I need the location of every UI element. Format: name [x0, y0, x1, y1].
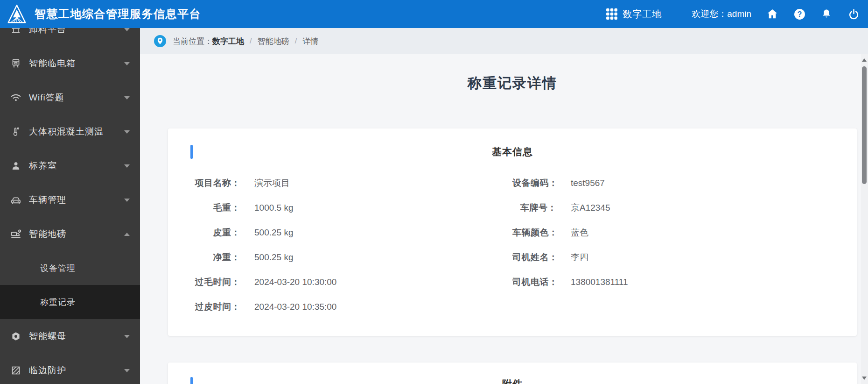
field-label: 净重：	[168, 251, 240, 263]
info-row-driver-name: 司机姓名： 李四	[512, 245, 857, 270]
sidebar-item-vehicle-management[interactable]: 车辆管理	[0, 183, 140, 217]
field-label: 项目名称：	[168, 177, 240, 189]
thermometer-icon	[10, 126, 22, 138]
sidebar-subitem-device-management[interactable]: 设备管理	[0, 251, 140, 285]
sidebar-item-label: 智能螺母	[29, 330, 66, 342]
wifi-icon	[10, 92, 22, 104]
field-label: 过皮时间：	[168, 301, 240, 313]
info-row-plate-number: 车牌号： 京A12345	[512, 195, 857, 220]
sidebar-item-weighbridge[interactable]: 智能地磅	[0, 217, 140, 251]
sidebar-item-label: 标养室	[29, 160, 57, 172]
sidebar-subitem-weighing-records[interactable]: 称重记录	[0, 285, 140, 319]
info-row-vehicle-color: 车辆颜色： 蓝色	[512, 220, 857, 245]
home-button[interactable]	[766, 8, 778, 20]
app-title: 智慧工地综合管理服务信息平台	[35, 7, 201, 21]
logout-button[interactable]	[847, 8, 860, 20]
help-icon: ?	[794, 8, 805, 20]
breadcrumb-separator: /	[295, 36, 297, 46]
scrollbar-thumb[interactable]	[862, 66, 867, 184]
svg-text:?: ?	[797, 10, 802, 18]
info-row-net-weight: 净重： 500.25 kg	[168, 245, 512, 270]
info-row-gross-weight: 毛重： 1000.5 kg	[168, 195, 512, 220]
app-window: 智慧工地综合管理服务信息平台 数字工地 欢迎您：admin	[0, 0, 868, 384]
nut-icon	[10, 330, 22, 342]
field-value: 1000.5 kg	[254, 203, 293, 213]
field-value: 2024-03-20 10:30:00	[254, 277, 336, 287]
info-row-gross-time: 过毛时间： 2024-03-20 10:30:00	[168, 270, 512, 294]
chevron-down-icon	[124, 369, 130, 372]
field-value: 500.25 kg	[254, 252, 293, 263]
field-value: 李四	[571, 251, 588, 263]
chevron-down-icon	[124, 335, 130, 338]
notifications-button[interactable]	[820, 8, 833, 20]
field-label: 司机电话：	[512, 276, 557, 288]
power-box-icon	[10, 57, 22, 70]
logo-icon	[6, 3, 28, 25]
field-value: test9567	[571, 178, 605, 188]
fence-icon	[10, 364, 22, 377]
scrollbar-down-arrow-icon[interactable]	[862, 377, 867, 380]
breadcrumb-prefix: 当前位置：	[173, 36, 212, 47]
sidebar-item-label: 卸料平台	[29, 28, 66, 36]
breadcrumb-item-digital-site[interactable]: 数字工地	[212, 36, 244, 47]
accent-bar	[190, 377, 193, 384]
sidebar-item-smart-nut[interactable]: 智能螺母	[0, 319, 140, 353]
sidebar-item-unloading-platform[interactable]: 卸料平台	[0, 28, 140, 46]
sidebar-subitem-label: 称重记录	[40, 297, 76, 308]
scrollbar-up-arrow-icon[interactable]	[862, 58, 867, 62]
sidebar-subitem-label: 设备管理	[40, 263, 76, 274]
sidebar-menu: 卸料平台 智能临电箱	[0, 28, 140, 384]
field-label: 车牌号：	[512, 202, 557, 214]
location-pin-icon	[154, 35, 166, 47]
help-button[interactable]: ?	[793, 8, 805, 20]
platform-icon	[10, 28, 22, 36]
sidebar-item-label: 智能地磅	[29, 228, 66, 240]
field-label: 司机姓名：	[512, 251, 557, 263]
section-header: 基本信息	[168, 144, 857, 159]
breadcrumb: 当前位置： 数字工地 / 智能地磅 / 详情	[140, 28, 868, 54]
field-label: 设备编码：	[512, 177, 557, 189]
breadcrumb-item-weighbridge[interactable]: 智能地磅	[258, 36, 289, 47]
portal-switcher[interactable]: 数字工地	[606, 8, 662, 21]
sidebar-item-label: 车辆管理	[29, 194, 66, 206]
chevron-down-icon	[124, 199, 130, 202]
attachments-card: 附件	[168, 363, 857, 384]
sidebar-item-concrete-temperature[interactable]: 大体积混凝土测温	[0, 114, 140, 149]
basic-info-card: 基本信息 项目名称： 演示项目 毛重： 1000.5 kg 皮重：	[168, 128, 857, 336]
field-label: 车辆颜色：	[512, 227, 557, 239]
sidebar-item-curing-room[interactable]: 标养室	[0, 149, 140, 183]
main-area: 当前位置： 数字工地 / 智能地磅 / 详情 称重记录详情 基本信息	[140, 28, 868, 384]
section-title: 基本信息	[168, 144, 857, 159]
chevron-down-icon	[124, 164, 130, 168]
field-value: 京A12345	[571, 202, 610, 214]
welcome-text: 欢迎您：admin	[692, 8, 751, 20]
portal-label: 数字工地	[623, 8, 662, 21]
sidebar-item-edge-protection[interactable]: 临边防护	[0, 353, 140, 384]
field-label: 毛重：	[168, 202, 240, 214]
sidebar-item-power-box[interactable]: 智能临电箱	[0, 46, 140, 80]
sidebar-item-label: 智能临电箱	[29, 57, 76, 70]
chevron-down-icon	[124, 96, 130, 100]
field-value: 蓝色	[571, 227, 588, 239]
info-column-right: 设备编码： test9567 车牌号： 京A12345 车辆颜色： 蓝色 司	[512, 171, 857, 319]
grid-icon	[606, 8, 618, 20]
chevron-down-icon	[124, 62, 130, 65]
header-right: 数字工地 欢迎您：admin ?	[606, 8, 860, 21]
field-value: 500.25 kg	[254, 228, 293, 238]
welcome-label: 欢迎您：	[692, 9, 727, 19]
sidebar-item-label: 临边防护	[29, 364, 66, 377]
field-value: 138001381111	[571, 277, 628, 287]
bell-icon	[821, 8, 832, 20]
info-row-project-name: 项目名称： 演示项目	[168, 171, 512, 195]
chevron-up-icon	[124, 233, 130, 236]
weighbridge-icon	[10, 228, 22, 240]
info-row-device-code: 设备编码： test9567	[512, 171, 857, 195]
section-header: 附件	[168, 377, 857, 384]
field-value: 2024-03-20 10:35:00	[254, 302, 336, 312]
username: admin	[727, 9, 751, 19]
sidebar-item-wifi-quiz[interactable]: Wifi答题	[0, 80, 140, 114]
power-icon	[848, 8, 860, 20]
vertical-scrollbar[interactable]	[861, 54, 868, 384]
sidebar: 卸料平台 智能临电箱	[0, 28, 140, 384]
page-content: 称重记录详情 基本信息 项目名称： 演示项目 毛重： 1000	[140, 54, 861, 384]
